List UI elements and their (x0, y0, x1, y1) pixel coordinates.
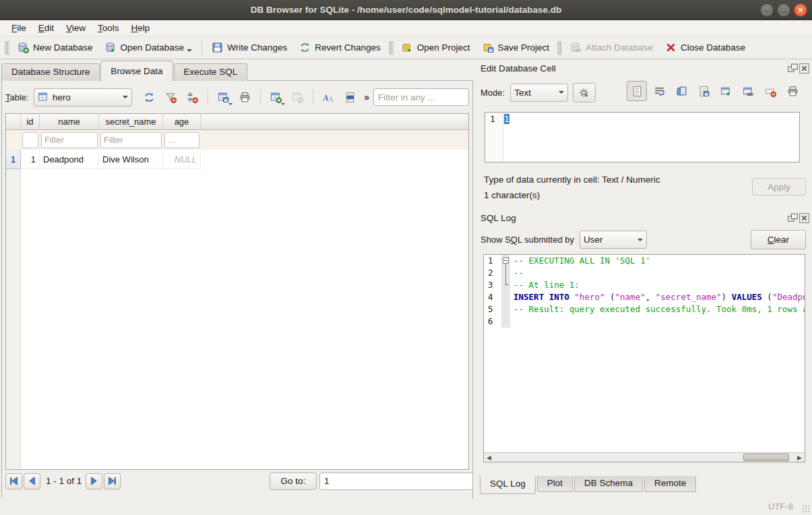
fold-margin[interactable] (501, 303, 510, 315)
filter-input-id[interactable] (22, 132, 38, 148)
toolbar-drag-handle[interactable] (5, 41, 9, 55)
fold-margin[interactable] (501, 279, 510, 291)
print-button[interactable] (235, 88, 255, 107)
titlebar[interactable]: DB Browser for SQLite - /home/user/code/… (0, 0, 812, 20)
clear-log-button[interactable]: Clear (751, 230, 806, 249)
close-panel-icon[interactable] (799, 213, 809, 222)
word-wrap-icon (654, 86, 665, 97)
fold-collapse-icon[interactable] (503, 258, 509, 264)
set-null-button[interactable] (760, 81, 780, 101)
refresh-button[interactable] (139, 88, 159, 107)
apply-button[interactable]: Apply (752, 178, 806, 195)
column-header-name[interactable]: name (40, 114, 99, 130)
copy-link-button[interactable] (738, 81, 758, 101)
new-database-button[interactable]: New Database (11, 39, 99, 56)
fold-margin[interactable] (501, 291, 510, 303)
menu-file[interactable]: File (5, 22, 32, 34)
filter-input-age[interactable] (164, 132, 199, 148)
clear-filters-button[interactable] (161, 88, 181, 107)
toolbar-drag-handle[interactable] (389, 41, 394, 55)
nav-last-icon (106, 475, 118, 487)
filter-input-name[interactable] (41, 132, 98, 148)
tab-execute-sql[interactable]: Execute SQL (174, 63, 248, 81)
insert-record-button[interactable] (266, 88, 286, 107)
toolbar-overflow-chevron[interactable]: » (361, 92, 372, 102)
filter-input-secret_name[interactable] (100, 132, 162, 148)
bottom-tab-sql-log[interactable]: SQL Log (480, 476, 536, 494)
clear-sorting-icon (187, 92, 198, 103)
float-panel-icon[interactable] (788, 63, 797, 73)
word-wrap-button[interactable] (649, 81, 669, 101)
row-header[interactable]: 1 (6, 150, 21, 169)
minimize-icon[interactable]: – (760, 3, 774, 17)
menu-help[interactable]: Help (125, 22, 156, 34)
fold-margin[interactable] (501, 267, 510, 279)
goto-input[interactable] (319, 473, 473, 490)
previous-record-button[interactable] (24, 473, 40, 489)
text-mode-button[interactable] (627, 81, 647, 101)
sql-log-view[interactable]: 1-- EXECUTING ALL IN 'SQL 1'2--3-- At li… (483, 254, 805, 452)
cell-name[interactable]: Deadpond (40, 150, 99, 169)
sql-token: -- (513, 268, 524, 278)
close-database-button[interactable]: Close Database (659, 39, 751, 56)
table-select[interactable]: hero (34, 88, 132, 107)
open-external-button[interactable] (716, 81, 736, 101)
scrollbar-thumb[interactable] (743, 454, 789, 461)
goto-button[interactable]: Go to: (270, 473, 317, 490)
column-header-age[interactable]: age (163, 114, 201, 130)
float-panel-icon[interactable] (788, 213, 797, 222)
menu-tools[interactable]: Tools (92, 22, 125, 34)
print-cell-button[interactable] (782, 81, 803, 101)
cell-secret_name[interactable]: Dive Wilson (99, 150, 163, 169)
save-project-button[interactable]: Save Project (476, 39, 556, 56)
window-title: DB Browser for SQLite - /home/user/code/… (251, 5, 561, 15)
mode-select[interactable]: Text (510, 84, 568, 102)
cell-age[interactable]: NULL (163, 150, 201, 169)
close-icon[interactable]: ✕ (794, 3, 807, 17)
toolbar-button-label: Save Project (498, 42, 550, 53)
next-record-button[interactable] (86, 473, 102, 489)
sql-log-hscrollbar[interactable]: ◀ ▶ (483, 452, 805, 462)
fold-margin[interactable] (501, 315, 510, 328)
maximize-icon[interactable]: □ (777, 3, 790, 17)
export-table-button[interactable] (214, 88, 233, 107)
auto-apply-button[interactable] (573, 83, 596, 102)
last-record-button[interactable] (104, 473, 121, 489)
scroll-left-icon[interactable]: ◀ (484, 453, 494, 462)
cell-editor[interactable]: 1 1 (485, 112, 800, 162)
grid-corner-cell[interactable] (6, 114, 21, 130)
tab-browse-data[interactable]: Browse Data (100, 61, 173, 81)
edit-display-format-button[interactable]: AA (319, 88, 338, 107)
filter-any-input[interactable] (373, 88, 469, 106)
sql-source-select[interactable]: User (580, 231, 647, 249)
export-data-button[interactable] (693, 81, 714, 101)
cell-id[interactable]: 1 (21, 150, 40, 169)
open-database-button[interactable]: Open Database (99, 39, 199, 56)
import-data-button[interactable] (671, 81, 691, 101)
write-changes-button[interactable]: Write Changes (206, 39, 293, 56)
column-header-secret_name[interactable]: secret_name (99, 114, 163, 130)
column-header-id[interactable]: id (21, 114, 40, 130)
chevron-down-icon[interactable] (187, 49, 192, 52)
scroll-right-icon[interactable]: ▶ (794, 453, 805, 462)
window-controls: – □ ✕ (760, 3, 807, 17)
scrollbar-track[interactable] (494, 453, 794, 462)
open-project-button[interactable]: Open Project (396, 39, 476, 56)
resize-grip[interactable] (802, 505, 810, 513)
tab-database-structure[interactable]: Database Structure (1, 63, 100, 81)
clear-sorting-button[interactable] (183, 88, 202, 107)
first-record-button[interactable] (5, 473, 22, 489)
bottom-tab-plot[interactable]: Plot (537, 476, 573, 492)
table-row[interactable]: 11DeadpondDive WilsonNULL (6, 150, 468, 169)
revert-changes-button[interactable]: Revert Changes (293, 39, 387, 56)
bottom-tab-remote[interactable]: Remote (644, 476, 696, 492)
fold-margin[interactable] (501, 255, 510, 267)
menu-view[interactable]: View (60, 22, 92, 34)
find-in-table-button[interactable] (340, 88, 360, 107)
toolbar-drag-handle[interactable] (557, 41, 562, 55)
menu-edit[interactable]: Edit (32, 22, 60, 34)
close-panel-icon[interactable] (799, 63, 809, 73)
filter-cell (40, 130, 99, 150)
browse-toolbar: Table: hero AA » (5, 86, 469, 108)
bottom-tab-db-schema[interactable]: DB Schema (574, 476, 643, 492)
